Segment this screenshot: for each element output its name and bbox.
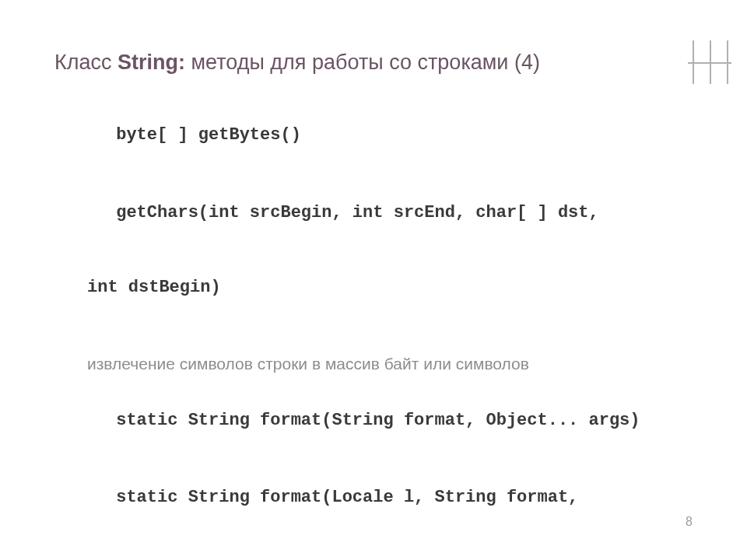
title-suffix: методы для работы со строками (4) [185, 51, 540, 74]
code-line: getChars(int srcBegin, int srcEnd, char[… [116, 203, 599, 222]
title-prefix: Класс [54, 51, 117, 74]
slide: Класс String: методы для работы со строк… [0, 0, 747, 560]
method-signature: byte[ ] getBytes() [54, 98, 693, 173]
slide-content: byte[ ] getBytes() getChars(int srcBegin… [54, 98, 693, 560]
decorative-grid-icon [688, 40, 731, 84]
code-line: byte[ ] getBytes() [116, 125, 301, 145]
code-line: static String format(Locale l, String fo… [116, 488, 578, 507]
method-signature: static String format(String format, Obje… [54, 383, 693, 458]
code-line: int dstBegin) [54, 275, 693, 300]
page-number: 8 [686, 515, 693, 529]
slide-title: Класс String: методы для работы со строк… [54, 48, 693, 76]
method-signature: static String format(Locale l, String fo… [54, 460, 693, 560]
method-description: извлечение символов строки в массив байт… [54, 352, 693, 375]
title-bold: String: [117, 51, 185, 74]
method-signature: getChars(int srcBegin, int srcEnd, char[… [54, 176, 693, 349]
code-line: static String format(String format, Obje… [116, 411, 640, 430]
